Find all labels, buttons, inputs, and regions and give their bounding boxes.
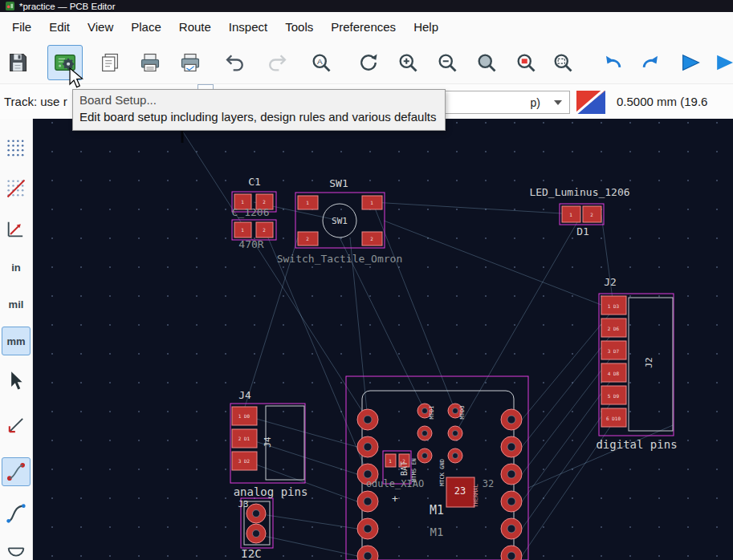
svg-text:digital pins: digital pins <box>596 438 677 451</box>
svg-text:3 D2: 3 D2 <box>238 458 250 464</box>
zoom-in-button[interactable] <box>390 45 426 80</box>
grid-override-button[interactable] <box>2 174 31 203</box>
zoom-selection-button[interactable] <box>545 45 580 80</box>
title-bar: *practice — PCB Editor <box>0 0 733 12</box>
units-mm-button-label: mm <box>6 335 25 347</box>
svg-text:J2: J2 <box>604 276 617 288</box>
run-icon <box>679 51 702 74</box>
svg-text:2: 2 <box>306 236 309 241</box>
chevron-down-icon <box>554 100 562 105</box>
svg-text:MTMS EN: MTMS EN <box>411 458 417 482</box>
svg-text:1: 1 <box>389 458 392 464</box>
save-button[interactable] <box>0 45 35 80</box>
svg-text:23: 23 <box>454 485 466 497</box>
curved-icon <box>5 502 27 525</box>
menu-edit[interactable]: Edit <box>40 15 79 39</box>
polar-coordinates-button[interactable] <box>2 214 31 243</box>
nav-forward-icon <box>641 51 663 74</box>
zoom-fit-button[interactable] <box>469 45 504 80</box>
svg-text:1: 1 <box>306 200 309 205</box>
svg-text:J3: J3 <box>238 499 248 509</box>
svg-text:1: 1 <box>241 227 244 233</box>
svg-text:analog pins: analog pins <box>234 485 308 498</box>
zoom-in-icon <box>397 51 419 74</box>
svg-text:1 D3: 1 D3 <box>608 303 620 309</box>
pcb-canvas[interactable]: C1C_1206470RSW1SW1Switch_Tactile_OmronLE… <box>32 119 733 560</box>
top-toolbar: A <box>0 42 733 83</box>
plot-button[interactable] <box>173 45 208 80</box>
svg-text:MTDI: MTDI <box>429 406 435 420</box>
menu-help[interactable]: Help <box>405 15 447 39</box>
menu-place[interactable]: Place <box>122 15 170 39</box>
board-setup-tooltip: Board Setup... Edit board setup includin… <box>72 89 446 131</box>
units-mils-button[interactable]: mil <box>2 290 31 319</box>
zoom-selection-icon <box>552 51 574 74</box>
zoom-out-button[interactable] <box>430 45 465 80</box>
svg-text:1 D0: 1 D0 <box>238 413 250 419</box>
svg-text:2: 2 <box>263 199 266 205</box>
left-toolbar: inmilmm <box>0 119 33 560</box>
ratsnest-icon <box>5 461 27 483</box>
menu-preferences[interactable]: Preferences <box>322 15 405 39</box>
svg-text:I2C: I2C <box>241 547 261 560</box>
svg-text:M1: M1 <box>430 503 444 517</box>
svg-text:MTDO: MTDO <box>459 406 466 420</box>
zoom-objects-button[interactable] <box>508 45 544 80</box>
svg-text:A: A <box>317 57 323 66</box>
menu-view[interactable]: View <box>79 15 122 39</box>
grid-select-dropdown[interactable]: p) <box>444 91 570 114</box>
svg-text:2: 2 <box>370 236 373 241</box>
run-button[interactable] <box>673 45 708 80</box>
redo-button[interactable] <box>259 45 295 80</box>
curved-ratsnest-button[interactable] <box>2 499 31 528</box>
svg-text:1: 1 <box>569 212 572 217</box>
pcb-drawing: C1C_1206470RSW1SW1Switch_Tactile_OmronLE… <box>32 119 733 560</box>
history-back-button[interactable] <box>594 45 629 80</box>
svg-text:C1: C1 <box>248 176 261 188</box>
grid-dots-icon <box>5 137 27 160</box>
units-mils-button-label: mil <box>9 298 24 310</box>
menu-tools[interactable]: Tools <box>276 15 322 39</box>
polar-icon <box>5 217 27 240</box>
svg-text:SW1: SW1 <box>329 177 348 189</box>
app-icon <box>6 2 14 10</box>
partial-toolbar-button[interactable] <box>710 45 733 80</box>
zoom-objects-icon <box>515 51 537 74</box>
svg-text:2: 2 <box>263 227 266 233</box>
grid-override-icon <box>5 177 27 200</box>
units-inches-button[interactable]: in <box>2 253 31 282</box>
svg-text:MTCK GND: MTCK GND <box>439 459 446 486</box>
svg-text:M1: M1 <box>430 526 444 538</box>
partial-bottom-button[interactable] <box>2 538 31 560</box>
redo-icon <box>266 51 288 74</box>
nav-back-icon <box>601 51 623 74</box>
menu-route[interactable]: Route <box>170 15 220 39</box>
menu-inspect[interactable]: Inspect <box>220 15 276 39</box>
partial-bottom-icon <box>5 541 27 560</box>
save-icon <box>6 51 29 74</box>
zoom-fit-icon <box>475 51 498 74</box>
local-coords-icon <box>5 414 27 436</box>
cursor-shape-button[interactable] <box>2 367 31 396</box>
page-settings-button[interactable] <box>92 45 128 80</box>
tooltip-description: Edit board setup including layers, desig… <box>79 110 436 124</box>
undo-button[interactable] <box>218 45 253 80</box>
svg-text:J4: J4 <box>238 389 251 401</box>
track-width-mode-label: Track: use r <box>4 95 67 108</box>
local-coordinates-button[interactable] <box>2 411 31 440</box>
undo-icon <box>224 51 246 74</box>
refresh-view-button[interactable] <box>351 45 386 80</box>
history-forward-button[interactable] <box>634 45 670 80</box>
menu-file[interactable]: File <box>3 15 40 39</box>
search-button[interactable]: A <box>303 45 339 80</box>
print-button[interactable] <box>132 45 168 80</box>
find-icon: A <box>310 51 332 74</box>
grid-dots-button[interactable] <box>2 134 31 163</box>
units-mm-button[interactable]: mm <box>2 327 31 355</box>
zoom-out-icon <box>436 51 458 74</box>
svg-text:6 D10: 6 D10 <box>606 416 621 421</box>
ratsnest-visibility-button[interactable] <box>2 457 31 486</box>
layer-pair-indicator-icon[interactable] <box>576 91 605 114</box>
pcb-editor-window: *practice — PCB Editor FileEditViewPlace… <box>0 0 733 560</box>
tooltip-title: Board Setup... <box>79 93 436 107</box>
